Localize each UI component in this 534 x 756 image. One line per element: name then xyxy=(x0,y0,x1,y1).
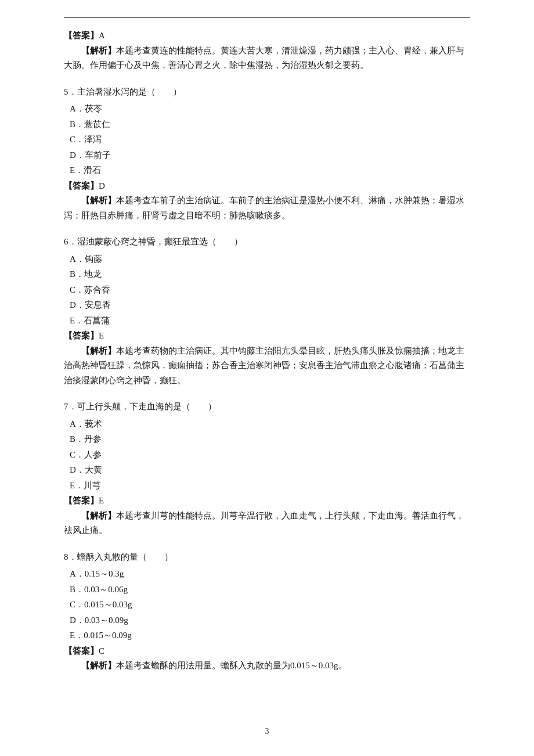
option-7-a: A．莪术 xyxy=(70,417,470,432)
answer-1-label: 【答案】 xyxy=(64,31,99,40)
option-5-b-text: 薏苡仁 xyxy=(84,120,110,129)
question-8-title: 8．蟾酥入丸散的量（ ） xyxy=(64,550,470,565)
question-6-options: A．钩藤 B．地龙 C．苏合香 D．安息香 E．石菖蒲 xyxy=(70,252,470,329)
option-7-b-label: B． xyxy=(70,434,84,444)
option-7-e-text: 川芎 xyxy=(84,481,101,490)
answer-7-label: 【答案】 xyxy=(64,496,99,505)
option-8-c-text: 0.015～0.03g xyxy=(84,600,132,609)
option-7-e: E．川芎 xyxy=(70,478,470,494)
option-7-c-label: C． xyxy=(70,450,84,459)
analysis-7-text: 本题考查川芎的性能特点。川芎辛温行散，入血走气，上行头颠，下走血海。善活血行气，… xyxy=(64,511,464,535)
option-8-c: C．0.015～0.03g xyxy=(70,597,470,613)
question-5-text: 主治暑湿水泻的是（ ） xyxy=(77,87,182,96)
analysis-5: 【解析】本题考查车前子的主治病证。车前子的主治病证是湿热小便不利、淋痛，水肿兼热… xyxy=(64,193,470,223)
option-5-a-label: A． xyxy=(70,104,85,113)
option-8-b: B．0.03～0.06g xyxy=(70,582,470,597)
option-5-b: B．薏苡仁 xyxy=(70,117,470,132)
option-6-e-text: 石菖蒲 xyxy=(84,316,110,325)
analysis-6-label: 【解析】 xyxy=(81,346,116,355)
option-5-a-text: 茯苓 xyxy=(85,104,102,113)
option-5-e-label: E． xyxy=(70,165,84,175)
option-5-e: E．滑石 xyxy=(70,163,470,178)
option-8-d: D．0.03～0.09g xyxy=(70,613,470,628)
option-6-a-label: A． xyxy=(70,254,85,264)
question-7-title: 7．可上行头颠，下走血海的是（ ） xyxy=(64,399,470,415)
option-5-c-text: 泽泻 xyxy=(84,135,102,144)
analysis-5-label: 【解析】 xyxy=(81,196,116,205)
question-7-section: 7．可上行头颠，下走血海的是（ ） A．莪术 B．丹参 C．人参 D．大黄 E．… xyxy=(64,399,470,538)
option-5-d-text: 车前子 xyxy=(85,150,111,160)
option-7-c: C．人参 xyxy=(70,448,470,463)
option-8-a: A．0.15～0.3g xyxy=(70,567,470,582)
page-number: 3 xyxy=(265,725,269,739)
analysis-6: 【解析】本题考查药物的主治病证。其中钩藤主治阳亢头晕目眩，肝热头痛头胀及惊痫抽搐… xyxy=(64,344,470,388)
answer-8-line: 【答案】C xyxy=(64,644,470,659)
option-7-a-label: A． xyxy=(70,419,85,429)
option-7-d-text: 大黄 xyxy=(85,465,102,474)
analysis-8: 【解析】本题考查蟾酥的用法用量。蟾酥入丸散的量为0.015～0.03g。 xyxy=(64,658,470,674)
option-8-b-text: 0.03～0.06g xyxy=(84,585,128,594)
option-5-c-label: C． xyxy=(70,135,84,144)
option-6-e-label: E． xyxy=(70,316,84,325)
analysis-8-text: 本题考查蟾酥的用法用量。蟾酥入丸散的量为0.015～0.03g。 xyxy=(116,661,347,670)
question-8-text: 蟾酥入丸散的量（ ） xyxy=(77,552,173,561)
option-7-c-text: 人参 xyxy=(84,450,102,459)
question-7-options: A．莪术 B．丹参 C．人参 D．大黄 E．川芎 xyxy=(70,417,470,494)
option-6-d: D．安息香 xyxy=(70,298,470,313)
answer-8-value: C xyxy=(99,646,104,656)
option-8-b-label: B． xyxy=(70,585,84,594)
top-divider xyxy=(64,17,470,18)
answer-6-line: 【答案】E xyxy=(64,329,470,344)
answer-5-line: 【答案】D xyxy=(64,179,470,194)
answer-section-1: 【答案】A 【解析】本题考查黄连的性能特点。黄连大苦大寒，清泄燥湿，药力颇强；主… xyxy=(64,28,470,73)
option-5-d: D．车前子 xyxy=(70,148,470,163)
answer-1-value: A xyxy=(99,31,105,40)
option-5-e-text: 滑石 xyxy=(84,165,101,175)
question-6-text: 湿浊蒙蔽心窍之神昏，癫狂最宜选（ ） xyxy=(77,237,243,246)
question-5-number: 5． xyxy=(64,87,77,96)
option-6-e: E．石菖蒲 xyxy=(70,314,470,329)
answer-5-value: D xyxy=(99,181,105,190)
question-8-number: 8． xyxy=(64,552,77,561)
option-6-b-text: 地龙 xyxy=(84,269,102,279)
question-6-section: 6．湿浊蒙蔽心窍之神昏，癫狂最宜选（ ） A．钩藤 B．地龙 C．苏合香 D．安… xyxy=(64,235,470,388)
answer-7-line: 【答案】E xyxy=(64,494,470,509)
question-6-number: 6． xyxy=(64,237,77,246)
question-7-number: 7． xyxy=(64,402,77,411)
option-8-d-label: D． xyxy=(70,615,85,625)
option-6-c: C．苏合香 xyxy=(70,283,470,298)
question-5-options: A．茯苓 B．薏苡仁 C．泽泻 D．车前子 E．滑石 xyxy=(70,102,470,178)
option-6-a: A．钩藤 xyxy=(70,252,470,267)
analysis-7-label: 【解析】 xyxy=(81,511,116,520)
analysis-5-text: 本题考查车前子的主治病证。车前子的主治病证是湿热小便不利、淋痛，水肿兼热；暑湿水… xyxy=(64,196,464,220)
question-8-options: A．0.15～0.3g B．0.03～0.06g C．0.015～0.03g D… xyxy=(70,567,470,643)
analysis-8-label: 【解析】 xyxy=(81,661,116,670)
option-7-e-label: E． xyxy=(70,481,84,490)
answer-5-label: 【答案】 xyxy=(64,181,99,190)
option-7-b-text: 丹参 xyxy=(84,434,102,444)
option-6-d-label: D． xyxy=(70,300,85,309)
analysis-1: 【解析】本题考查黄连的性能特点。黄连大苦大寒，清泄燥湿，药力颇强；主入心、胃经，… xyxy=(64,44,470,73)
answer-6-value: E xyxy=(99,331,104,340)
question-5-title: 5．主治暑湿水泻的是（ ） xyxy=(64,85,470,100)
analysis-6-text: 本题考查药物的主治病证。其中钩藤主治阳亢头晕目眩，肝热头痛头胀及惊痫抽搐；地龙主… xyxy=(64,346,464,385)
option-8-e-text: 0.015～0.09g xyxy=(84,631,132,640)
option-5-b-label: B． xyxy=(70,120,84,129)
option-6-c-label: C． xyxy=(70,285,84,294)
option-8-a-label: A． xyxy=(70,569,85,578)
option-5-a: A．茯苓 xyxy=(70,102,470,117)
option-7-d-label: D． xyxy=(70,465,85,474)
option-6-b-label: B． xyxy=(70,269,84,279)
question-8-section: 8．蟾酥入丸散的量（ ） A．0.15～0.3g B．0.03～0.06g C．… xyxy=(64,550,470,674)
option-6-d-text: 安息香 xyxy=(85,300,111,309)
question-5-section: 5．主治暑湿水泻的是（ ） A．茯苓 B．薏苡仁 C．泽泻 D．车前子 E．滑石… xyxy=(64,85,470,224)
option-5-c: C．泽泻 xyxy=(70,132,470,147)
question-7-text: 可上行头颠，下走血海的是（ ） xyxy=(77,402,217,411)
option-8-c-label: C． xyxy=(70,600,84,609)
option-7-d: D．大黄 xyxy=(70,463,470,478)
option-8-d-text: 0.03～0.09g xyxy=(85,615,128,625)
option-8-e: E．0.015～0.09g xyxy=(70,628,470,643)
question-6-title: 6．湿浊蒙蔽心窍之神昏，癫狂最宜选（ ） xyxy=(64,235,470,250)
option-8-a-text: 0.15～0.3g xyxy=(85,569,124,578)
analysis-1-label: 【解析】 xyxy=(81,46,116,55)
